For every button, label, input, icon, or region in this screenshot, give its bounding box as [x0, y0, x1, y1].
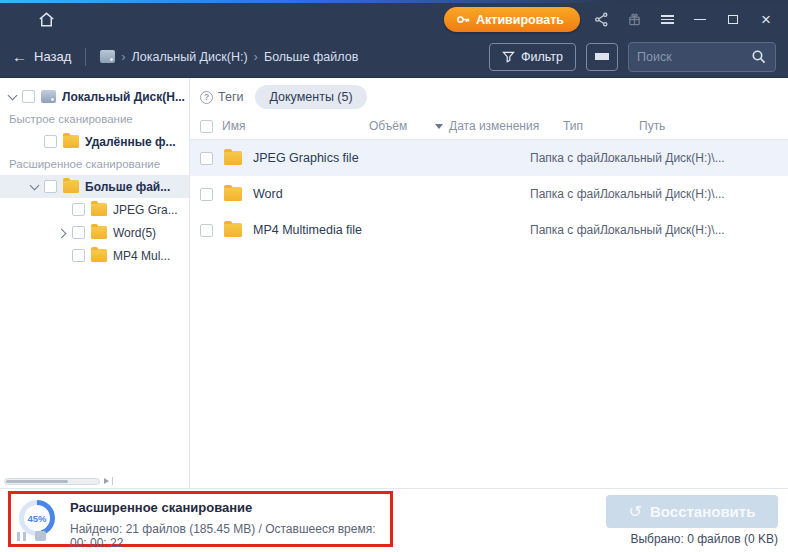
chevron-down-icon[interactable]	[9, 93, 16, 100]
view-mode-button[interactable]	[586, 43, 618, 71]
folder-icon	[224, 151, 242, 165]
tab-documents[interactable]: Документы (5)	[255, 85, 366, 109]
row-checkbox[interactable]	[200, 224, 213, 237]
filter-button[interactable]: Фильтр	[489, 43, 576, 71]
file-name-cell: JPEG Graphics file	[213, 151, 530, 165]
restore-icon: ↺	[629, 502, 642, 521]
tree-item-more-files[interactable]: Больше фай...	[0, 175, 189, 198]
status-bar: 45% Расширенное сканирование Найдено: 21…	[0, 488, 788, 552]
scrollbar-thumb[interactable]	[6, 480, 68, 484]
search-box	[628, 42, 776, 72]
table-header: Имя Объём Дата изменения Тип Путь	[190, 113, 788, 140]
table-row[interactable]: MP4 Multimedia file Папка с фай... Локал…	[190, 212, 788, 248]
back-label: Назад	[34, 49, 71, 64]
filter-funnel-icon	[502, 51, 515, 63]
home-button[interactable]	[32, 7, 60, 33]
column-header-size-label: Объём	[369, 119, 407, 133]
filter-label: Фильтр	[521, 50, 563, 64]
close-button[interactable]: ×	[754, 8, 778, 32]
tab-tags[interactable]: Теги	[198, 90, 251, 104]
titlebar: Активировать ×	[0, 3, 788, 36]
selected-files-info: Выбрано: 0 файлов (0 KB)	[630, 532, 778, 546]
content-area: Локальный Диск(Н... Быстрое сканирование…	[0, 78, 788, 488]
scan-texts: Расширенное сканирование Найдено: 21 фай…	[70, 499, 382, 550]
file-name: MP4 Multimedia file	[253, 223, 362, 237]
file-list-panel: Теги Документы (5) Имя Объём Дата измене…	[190, 78, 788, 488]
toolbar-divider	[85, 48, 86, 66]
breadcrumb-separator: ›	[254, 49, 258, 64]
help-circle-icon	[200, 91, 213, 104]
column-header-name[interactable]: Имя	[213, 119, 369, 133]
tree-item-label: Локальный Диск(Н...	[62, 90, 185, 104]
breadcrumb-folder[interactable]: Больше файлов	[264, 50, 358, 64]
column-header-type[interactable]: Тип	[563, 119, 639, 133]
folder-icon	[63, 135, 79, 148]
folder-icon	[91, 203, 107, 216]
tree-checkbox[interactable]	[72, 226, 85, 239]
folder-icon	[91, 249, 107, 262]
file-type-cell: Папка с фай...	[530, 223, 600, 237]
section-advanced-scan: Расширенное сканирование	[0, 153, 189, 175]
row-checkbox[interactable]	[200, 152, 213, 165]
row-checkbox[interactable]	[200, 188, 213, 201]
tree-checkbox[interactable]	[72, 249, 85, 262]
scan-progress: 45%	[19, 500, 55, 536]
share-icon	[594, 12, 609, 27]
tab-documents-label: Документы (5)	[269, 90, 352, 104]
tree-item-deleted-files[interactable]: Удалённые ф...	[0, 130, 189, 153]
share-button[interactable]	[589, 8, 613, 32]
tree-item-local-disk[interactable]: Локальный Диск(Н...	[0, 85, 189, 108]
chevron-down-icon[interactable]	[31, 183, 38, 190]
minimize-button[interactable]	[688, 8, 712, 32]
drive-icon	[41, 90, 56, 103]
scrollbar-right-arrow[interactable]	[104, 478, 109, 484]
back-button[interactable]: ← Назад	[12, 48, 71, 65]
column-header-date[interactable]: Дата изменения	[449, 119, 563, 133]
tree-item-word[interactable]: Word(5)	[0, 221, 189, 244]
tree-item-jpeg[interactable]: JPEG Gra...	[0, 198, 189, 221]
folder-icon	[224, 187, 242, 201]
menu-button[interactable]	[655, 8, 679, 32]
tree-checkbox[interactable]	[72, 203, 85, 216]
tree-checkbox[interactable]	[22, 90, 35, 103]
table-row[interactable]: JPEG Graphics file Папка с фай... Локаль…	[190, 140, 788, 176]
file-name-cell: Word	[213, 187, 530, 201]
scrollbar-end-divider	[112, 477, 113, 485]
list-view-icon	[595, 53, 609, 60]
section-quick-scan: Быстрое сканирование	[0, 108, 189, 130]
breadcrumb: › Локальный Диск(H:) › Больше файлов	[100, 49, 358, 64]
scrollbar-track[interactable]	[4, 478, 100, 485]
key-icon	[456, 13, 470, 26]
tree-item-label: MP4 Mul...	[113, 249, 170, 263]
tree-checkbox[interactable]	[44, 135, 57, 148]
search-icon[interactable]	[751, 49, 767, 65]
minimize-icon	[694, 19, 706, 21]
tree-item-label: Удалённые ф...	[85, 135, 176, 149]
breadcrumb-drive[interactable]: Локальный Диск(H:)	[132, 50, 248, 64]
toolbar: ← Назад › Локальный Диск(H:) › Больше фа…	[0, 36, 788, 78]
activate-button[interactable]: Активировать	[444, 7, 580, 32]
close-icon: ×	[761, 11, 771, 28]
column-header-path[interactable]: Путь	[639, 119, 788, 133]
restore-button[interactable]: ↺ Восстановить	[606, 495, 778, 528]
horizontal-scrollbar[interactable]	[4, 477, 122, 485]
select-all-checkbox[interactable]	[200, 120, 213, 133]
file-name: JPEG Graphics file	[253, 151, 359, 165]
folder-icon	[224, 223, 242, 237]
back-arrow-icon: ←	[12, 48, 27, 65]
tab-tags-label: Теги	[218, 90, 243, 104]
sort-descending-icon[interactable]	[435, 124, 443, 129]
table-row[interactable]: Word Папка с фай... Локальный Диск(H:)\.…	[190, 176, 788, 212]
maximize-button[interactable]	[721, 8, 745, 32]
maximize-icon	[728, 15, 738, 24]
scan-status-text: Найдено: 21 файлов (185.45 MB) / Оставше…	[70, 522, 382, 550]
column-header-size[interactable]: Объём	[369, 119, 449, 133]
search-input[interactable]	[637, 50, 751, 64]
sidebar-tree: Локальный Диск(Н... Быстрое сканирование…	[0, 78, 190, 488]
gift-button[interactable]	[622, 8, 646, 32]
tree-item-mp4[interactable]: MP4 Mul...	[0, 244, 189, 267]
folder-icon	[63, 180, 79, 193]
restore-label: Восстановить	[650, 503, 755, 520]
chevron-right-icon[interactable]	[59, 229, 66, 236]
tree-checkbox[interactable]	[44, 180, 57, 193]
